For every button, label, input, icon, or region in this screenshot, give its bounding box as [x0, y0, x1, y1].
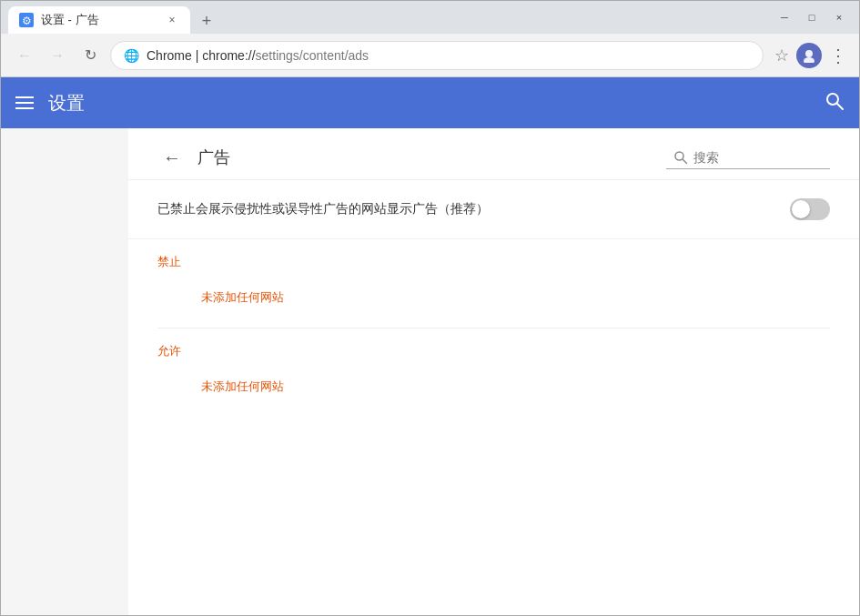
- hamburger-menu-button[interactable]: [15, 96, 34, 109]
- tab-area: ⚙ 设置 - 广告 × +: [8, 1, 219, 34]
- settings-sidebar: [1, 128, 128, 615]
- allow-empty-list: 未添加任何网站: [128, 370, 859, 417]
- block-section-title: 禁止: [157, 254, 830, 270]
- svg-point-2: [805, 50, 813, 57]
- svg-line-5: [837, 104, 843, 109]
- svg-point-4: [827, 94, 838, 105]
- toolbar-search-button[interactable]: [825, 91, 845, 116]
- tab-title: 设置 - 广告: [41, 12, 157, 28]
- url-prefix: chrome://: [202, 48, 255, 63]
- ads-toggle[interactable]: [790, 198, 830, 220]
- settings-toolbar: 设置: [1, 77, 859, 128]
- page-back-button[interactable]: ←: [157, 143, 187, 172]
- forward-button[interactable]: →: [45, 43, 70, 68]
- omnibox[interactable]: 🌐 Chrome | chrome://settings/content/ads: [110, 41, 764, 70]
- page-title: 广告: [197, 146, 230, 168]
- search-icon: [673, 150, 688, 165]
- svg-line-7: [683, 159, 687, 163]
- page-header: ← 广告: [128, 128, 859, 180]
- allow-section: 允许: [128, 328, 859, 359]
- search-box[interactable]: [666, 146, 830, 169]
- svg-point-6: [675, 152, 683, 160]
- search-input[interactable]: [693, 150, 821, 165]
- block-empty-list: 未添加任何网站: [128, 281, 859, 328]
- address-bar: ← → ↻ 🌐 Chrome | chrome://settings/conte…: [1, 34, 859, 77]
- title-bar: ⚙ 设置 - 广告 × + ─ □ ×: [1, 1, 859, 34]
- allow-section-title: 允许: [157, 343, 830, 359]
- block-empty-text: 未添加任何网站: [157, 290, 284, 304]
- tab-favicon: ⚙: [19, 13, 34, 27]
- browser-window: ⚙ 设置 - 广告 × + ─ □ × ← → ↻ 🌐 Chrome | chr…: [0, 0, 860, 616]
- user-avatar[interactable]: [796, 43, 822, 68]
- settings-content: ← 广告 已禁止会展示侵扰性或误导性广告的网站显示广告（推荐）: [128, 128, 859, 615]
- ads-toggle-row: 已禁止会展示侵扰性或误导性广告的网站显示广告（推荐）: [128, 180, 859, 239]
- url-bold: settings: [256, 48, 299, 63]
- ads-toggle-label: 已禁止会展示侵扰性或误导性广告的网站显示广告（推荐）: [157, 200, 790, 218]
- settings-main: ← 广告 已禁止会展示侵扰性或误导性广告的网站显示广告（推荐）: [1, 128, 859, 615]
- close-button[interactable]: ×: [826, 8, 852, 26]
- browser-content: 设置 ← 广告 已禁止会展示侵扰性或误导性广: [1, 77, 859, 615]
- active-tab[interactable]: ⚙ 设置 - 广告 ×: [8, 6, 190, 34]
- new-tab-button[interactable]: +: [194, 8, 219, 34]
- url-separator: |: [192, 48, 202, 63]
- hamburger-line-2: [15, 102, 34, 104]
- svg-text:⚙: ⚙: [22, 15, 32, 27]
- tab-close-button[interactable]: ×: [165, 13, 179, 27]
- omnibox-url: Chrome | chrome://settings/content/ads: [147, 48, 750, 63]
- toggle-knob: [792, 200, 810, 218]
- allow-empty-text: 未添加任何网站: [157, 379, 284, 393]
- settings-title: 设置: [48, 91, 85, 116]
- svg-point-3: [804, 57, 814, 63]
- url-brand: Chrome: [147, 48, 192, 63]
- hamburger-line-3: [15, 107, 34, 109]
- block-section: 禁止: [128, 239, 859, 270]
- bookmark-star[interactable]: ☆: [774, 45, 789, 66]
- reload-button[interactable]: ↻: [77, 43, 103, 68]
- url-suffix: /content/ads: [299, 48, 369, 63]
- window-controls: ─ □ ×: [772, 8, 852, 26]
- chrome-menu-button[interactable]: ⋮: [829, 45, 848, 66]
- back-button[interactable]: ←: [12, 43, 37, 68]
- minimize-button[interactable]: ─: [772, 8, 797, 26]
- maximize-button[interactable]: □: [799, 8, 825, 26]
- hamburger-line-1: [15, 96, 34, 98]
- omnibox-favicon: 🌐: [124, 48, 139, 63]
